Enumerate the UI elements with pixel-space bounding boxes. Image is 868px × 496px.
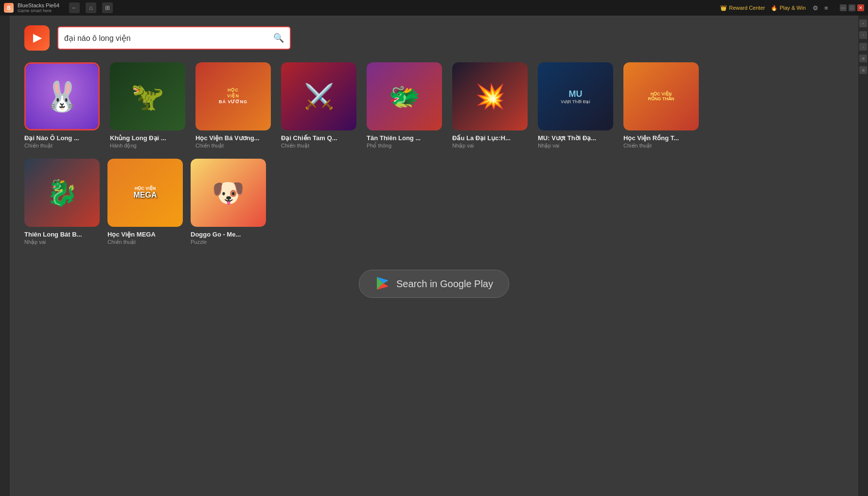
sidebar-right-icon-5[interactable]: ⊗ [859, 66, 867, 74]
game-title-6: Đấu La Đại Lục:H... [452, 134, 528, 142]
game-thumb-11: 🐶 [191, 159, 266, 227]
app-subtitle: Game smart here [18, 8, 59, 13]
game-card-8[interactable]: HỌC VIỆNRỒNG THẦNHọc Viện Rồng T...Chiến… [623, 62, 699, 149]
game-genre-8: Chiến thuật [623, 143, 699, 149]
game-genre-9: Nhập vai [24, 239, 100, 245]
apps-button[interactable]: ⊞ [102, 2, 113, 13]
settings-icon[interactable]: ⚙ [812, 4, 819, 12]
main-content: ▶ 🔍 🐰Đại Náo Ô Long ...Chiến thuật🦖Khủng… [0, 16, 868, 496]
titlebar: B BlueStacks Pie64 Game smart here ← ⌂ ⊞… [0, 0, 868, 16]
center-content: ▶ 🔍 🐰Đại Náo Ô Long ...Chiến thuật🦖Khủng… [10, 16, 858, 496]
game-genre-7: Nhập vai [538, 143, 613, 149]
game-genre-10: Chiến thuật [107, 239, 183, 245]
close-button[interactable]: ✕ [857, 4, 864, 11]
game-card-3[interactable]: HỌCVIỆNBÁ VƯƠNGHọc Viện Bá Vương...Chiến… [195, 62, 271, 149]
sidebar-right-icon-3[interactable]: ↓ [859, 43, 867, 51]
game-genre-11: Puzzle [191, 239, 266, 245]
titlebar-left: B BlueStacks Pie64 Game smart here ← ⌂ ⊞ [4, 2, 113, 13]
game-thumb-10: HỌC VIỆNMEGA [107, 159, 183, 227]
play-win-button[interactable]: 🔥 Play & Win [771, 5, 806, 11]
game-card-6[interactable]: 💥Đấu La Đại Lục:H...Nhập vai [452, 62, 528, 149]
game-genre-2: Hành động [110, 143, 185, 149]
game-title-7: MU: Vượt Thời Đạ... [538, 134, 613, 142]
game-title-4: Đại Chiến Tam Q... [281, 134, 356, 142]
game-title-1: Đại Náo Ô Long ... [24, 134, 100, 142]
game-card-7[interactable]: MUVượt Thời ĐạiMU: Vượt Thời Đạ...Nhập v… [538, 62, 613, 149]
app-info: BlueStacks Pie64 Game smart here [18, 2, 59, 13]
back-button[interactable]: ← [69, 2, 80, 13]
reward-center-label: Reward Center [729, 5, 765, 11]
game-card-11[interactable]: 🐶Doggo Go - Me...Puzzle [191, 159, 266, 245]
left-sidebar [0, 16, 10, 496]
reward-center-button[interactable]: 👑 Reward Center [720, 5, 765, 11]
game-card-4[interactable]: ⚔️Đại Chiến Tam Q...Chiến thuật [281, 62, 356, 149]
menu-icon[interactable]: ≡ [822, 4, 830, 12]
sidebar-right-icon-2[interactable]: ↑ [859, 31, 867, 39]
game-title-10: Học Viện MEGA [107, 231, 183, 238]
game-card-2[interactable]: 🦖Khủng Long Đại ...Hành động [110, 62, 185, 149]
right-sidebar: + ↑ ↓ ⊕ ⊗ [858, 16, 868, 496]
app-title: BlueStacks Pie64 [18, 2, 59, 8]
game-genre-5: Phổ thông [367, 143, 442, 149]
search-box: 🔍 [57, 26, 291, 50]
game-thumb-3: HỌCVIỆNBÁ VƯƠNG [195, 62, 271, 130]
minimize-button[interactable]: — [840, 4, 847, 11]
game-card-1[interactable]: 🐰Đại Náo Ô Long ...Chiến thuật [24, 62, 100, 149]
google-play-icon [375, 276, 390, 292]
game-thumb-2: 🦖 [110, 62, 185, 130]
titlebar-right: 👑 Reward Center 🔥 Play & Win ⚙ ≡ — □ ✕ [720, 4, 864, 12]
game-card-5[interactable]: 🐲Tân Thiên Long ...Phổ thông [367, 62, 442, 149]
titlebar-icons: ⚙ ≡ [812, 4, 830, 12]
game-title-8: Học Viện Rồng T... [623, 134, 699, 142]
game-title-5: Tân Thiên Long ... [367, 134, 442, 142]
search-button[interactable]: 🔍 [273, 33, 284, 43]
app-logo: B [4, 3, 14, 13]
maximize-button[interactable]: □ [849, 4, 855, 11]
sidebar-right-icon-4[interactable]: ⊕ [859, 55, 867, 62]
game-thumb-8: HỌC VIỆNRỒNG THẦN [623, 62, 699, 130]
sidebar-right-icon-1[interactable]: + [859, 19, 867, 27]
search-area: ▶ 🔍 [24, 25, 844, 51]
game-genre-6: Nhập vai [452, 143, 528, 149]
titlebar-nav: ← ⌂ ⊞ [69, 2, 113, 13]
search-google-play-button[interactable]: Search in Google Play [359, 270, 509, 298]
play-win-icon: 🔥 [771, 5, 778, 11]
games-row-2: 🐉Thiên Long Bát B...Nhập vaiHỌC VIỆNMEGA… [24, 159, 844, 245]
play-win-label: Play & Win [779, 5, 806, 11]
game-thumb-5: 🐲 [367, 62, 442, 130]
google-play-label: Search in Google Play [396, 278, 493, 290]
home-button[interactable]: ⌂ [86, 2, 96, 13]
game-title-11: Doggo Go - Me... [191, 231, 266, 238]
game-card-9[interactable]: 🐉Thiên Long Bát B...Nhập vai [24, 159, 100, 245]
game-thumb-9: 🐉 [24, 159, 100, 227]
game-thumb-6: 💥 [452, 62, 528, 130]
game-thumb-1: 🐰 [24, 62, 100, 130]
game-title-2: Khủng Long Đại ... [110, 134, 185, 142]
game-genre-3: Chiến thuật [195, 143, 271, 149]
search-input[interactable] [64, 34, 273, 42]
game-title-3: Học Viện Bá Vương... [195, 134, 271, 142]
bluestacks-logo: ▶ [24, 25, 50, 51]
window-controls: — □ ✕ [840, 4, 864, 11]
game-thumb-4: ⚔️ [281, 62, 356, 130]
reward-icon: 👑 [720, 5, 727, 11]
game-genre-4: Chiến thuật [281, 143, 356, 149]
game-title-9: Thiên Long Bát B... [24, 231, 100, 238]
games-row-1: 🐰Đại Náo Ô Long ...Chiến thuật🦖Khủng Lon… [24, 62, 844, 149]
game-card-10[interactable]: HỌC VIỆNMEGAHọc Viện MEGAChiến thuật [107, 159, 183, 245]
game-genre-1: Chiến thuật [24, 143, 100, 149]
game-thumb-7: MUVượt Thời Đại [538, 62, 613, 130]
